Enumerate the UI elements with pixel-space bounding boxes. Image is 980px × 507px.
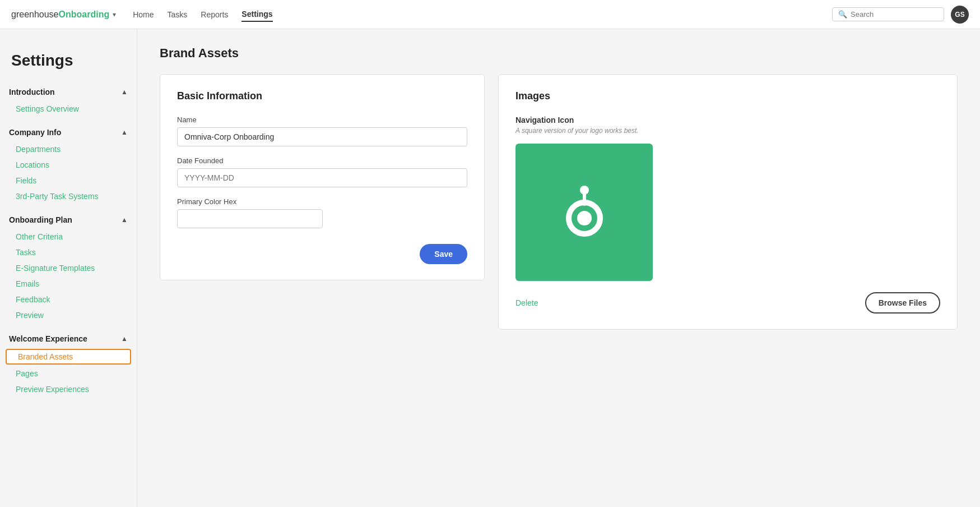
top-navigation: greenhouse Onboarding ▾ Home Tasks Repor… xyxy=(0,0,980,29)
search-input[interactable] xyxy=(851,10,938,19)
svg-point-3 xyxy=(577,211,592,225)
company-info-chevron-icon: ▲ xyxy=(121,128,128,136)
name-label: Name xyxy=(177,116,467,124)
name-input[interactable] xyxy=(177,127,467,146)
brand-logo[interactable]: greenhouse Onboarding ▾ xyxy=(11,10,116,20)
sidebar-item-branded-assets[interactable]: Branded Assets xyxy=(6,349,131,365)
sidebar-item-other-criteria[interactable]: Other Criteria xyxy=(0,229,137,245)
primary-color-label: Primary Color Hex xyxy=(177,197,467,206)
main-section-title: Brand Assets xyxy=(160,46,958,61)
search-icon: 🔍 xyxy=(838,10,847,19)
images-card: Images Navigation Icon A square version … xyxy=(498,74,958,330)
welcome-experience-chevron-icon: ▲ xyxy=(121,335,128,343)
sidebar-item-3rd-party[interactable]: 3rd-Party Task Systems xyxy=(0,188,137,204)
nav-home[interactable]: Home xyxy=(133,8,154,21)
greenhouse-logo-svg xyxy=(545,173,624,252)
primary-color-input[interactable] xyxy=(177,209,323,228)
sidebar-item-feedback[interactable]: Feedback xyxy=(0,292,137,307)
topnav-right-area: 🔍 GS xyxy=(832,6,969,24)
sidebar-item-pages[interactable]: Pages xyxy=(0,366,137,381)
sidebar-section-onboarding-plan-title: Onboarding Plan xyxy=(9,215,72,224)
sidebar-introduction-items: Settings Overview xyxy=(0,101,137,121)
page-wrapper: Settings Introduction ▲ Settings Overvie… xyxy=(0,29,980,507)
sidebar-section-company-info-header[interactable]: Company Info ▲ xyxy=(0,123,137,141)
date-founded-label: Date Founded xyxy=(177,156,467,165)
sidebar-item-fields[interactable]: Fields xyxy=(0,173,137,188)
sidebar-item-locations[interactable]: Locations xyxy=(0,157,137,173)
sidebar: Settings Introduction ▲ Settings Overvie… xyxy=(0,29,137,507)
save-button[interactable]: Save xyxy=(420,244,467,264)
sidebar-section-introduction-title: Introduction xyxy=(9,87,55,96)
basic-info-card-title: Basic Information xyxy=(177,90,467,102)
sidebar-item-emails[interactable]: Emails xyxy=(0,276,137,292)
sidebar-item-preview-experiences[interactable]: Preview Experiences xyxy=(0,381,137,397)
sidebar-item-e-signature-templates[interactable]: E-Signature Templates xyxy=(0,260,137,276)
sidebar-item-departments[interactable]: Departments xyxy=(0,141,137,157)
sidebar-section-onboarding-plan-header[interactable]: Onboarding Plan ▲ xyxy=(0,211,137,229)
sidebar-welcome-experience-items: Branded Assets Pages Preview Experiences xyxy=(0,349,137,402)
nav-reports[interactable]: Reports xyxy=(201,8,228,21)
sidebar-company-info-items: Departments Locations Fields 3rd-Party T… xyxy=(0,141,137,209)
sidebar-section-company-info-title: Company Info xyxy=(9,128,61,137)
nav-settings[interactable]: Settings xyxy=(241,7,272,22)
images-actions: Delete Browse Files xyxy=(515,292,940,314)
page-title-area: Settings xyxy=(0,40,137,83)
logo-preview xyxy=(515,144,653,281)
main-content: Brand Assets Basic Information Name Date… xyxy=(137,29,980,507)
nav-tasks[interactable]: Tasks xyxy=(168,8,188,21)
search-box[interactable]: 🔍 xyxy=(832,7,944,21)
greenhouse-wordmark: greenhouse xyxy=(11,10,59,20)
sidebar-item-settings-overview[interactable]: Settings Overview xyxy=(0,101,137,117)
sidebar-section-welcome-experience: Welcome Experience ▲ Branded Assets Page… xyxy=(0,330,137,402)
sidebar-onboarding-plan-items: Other Criteria Tasks E-Signature Templat… xyxy=(0,229,137,328)
sidebar-section-welcome-experience-header[interactable]: Welcome Experience ▲ xyxy=(0,330,137,348)
user-avatar[interactable]: GS xyxy=(951,6,969,24)
introduction-chevron-icon: ▲ xyxy=(121,88,128,96)
sidebar-section-welcome-experience-title: Welcome Experience xyxy=(9,334,87,343)
onboarding-wordmark: Onboarding xyxy=(59,10,110,20)
sidebar-item-tasks[interactable]: Tasks xyxy=(0,245,137,260)
sidebar-section-introduction-header[interactable]: Introduction ▲ xyxy=(0,83,137,101)
onboarding-plan-chevron-icon: ▲ xyxy=(121,216,128,224)
nav-icon-label: Navigation Icon xyxy=(515,116,940,125)
cards-row: Basic Information Name Date Founded Prim… xyxy=(160,74,958,330)
save-button-row: Save xyxy=(177,238,467,264)
sidebar-section-introduction: Introduction ▲ Settings Overview xyxy=(0,83,137,121)
date-founded-input[interactable] xyxy=(177,168,467,187)
nav-links: Home Tasks Reports Settings xyxy=(133,7,832,22)
sidebar-section-onboarding-plan: Onboarding Plan ▲ Other Criteria Tasks E… xyxy=(0,211,137,328)
nav-icon-description: A square version of your logo works best… xyxy=(515,127,940,135)
delete-link[interactable]: Delete xyxy=(515,298,538,307)
name-field-group: Name xyxy=(177,116,467,146)
sidebar-item-preview[interactable]: Preview xyxy=(0,307,137,323)
basic-information-card: Basic Information Name Date Founded Prim… xyxy=(160,74,485,280)
page-title: Settings xyxy=(11,52,126,70)
images-card-title: Images xyxy=(515,90,940,102)
sidebar-section-company-info: Company Info ▲ Departments Locations Fie… xyxy=(0,123,137,209)
primary-color-field-group: Primary Color Hex xyxy=(177,197,467,228)
navigation-icon-section: Navigation Icon A square version of your… xyxy=(515,116,940,135)
date-founded-field-group: Date Founded xyxy=(177,156,467,187)
brand-chevron-icon: ▾ xyxy=(113,11,116,19)
browse-files-button[interactable]: Browse Files xyxy=(865,292,940,314)
